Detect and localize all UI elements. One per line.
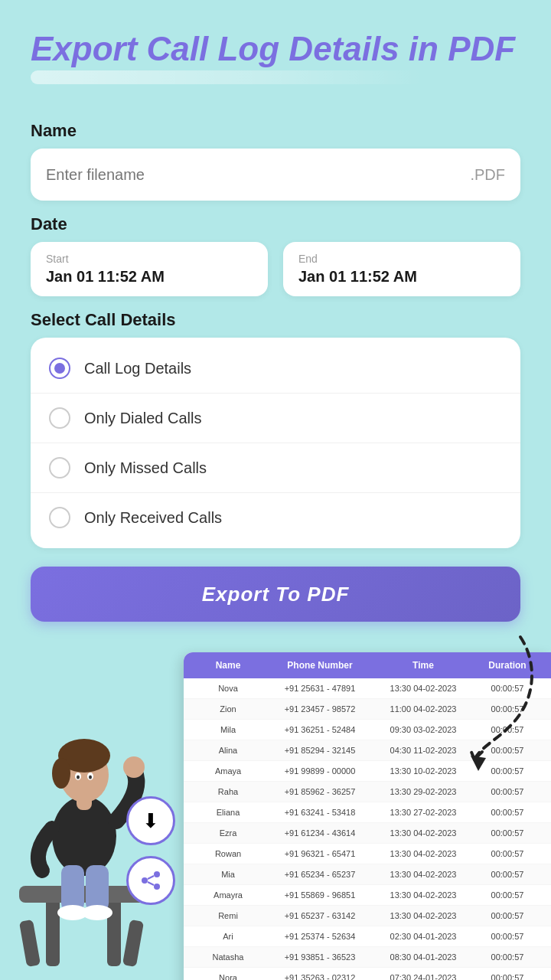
table-row: Eliana +91 63241 - 53418 13:30 27-02-202… [184, 802, 551, 823]
cell-name: Nora [190, 973, 266, 980]
cell-duration: 00:00:57 [473, 932, 542, 941]
brush-stroke-decoration [31, 70, 422, 84]
cell-duration: 00:00:57 [473, 870, 542, 879]
cell-phone: +91 61234 - 43614 [266, 828, 373, 838]
radio-circle-call-log [49, 358, 70, 379]
pdf-suffix: .PDF [470, 166, 505, 184]
cell-duration: 00:00:57 [473, 787, 542, 796]
radio-missed[interactable]: Only Missed Calls [31, 443, 520, 493]
select-call-details-label: Select Call Details [31, 310, 520, 330]
cell-name: Zion [190, 704, 266, 714]
title-black: Export Call Log [31, 30, 289, 67]
date-label: Date [31, 214, 520, 234]
col-phone: Phone Number [266, 660, 373, 671]
svg-line-24 [148, 882, 154, 885]
cell-type: Received [542, 849, 551, 858]
cell-phone: +91 65237 - 63142 [266, 911, 373, 920]
cell-time: 13:30 27-02-2023 [373, 808, 473, 817]
cell-name: Ari [190, 932, 266, 941]
cell-name: Nova [190, 684, 266, 693]
filename-input[interactable] [46, 166, 470, 184]
cell-duration: 00:00:57 [473, 828, 542, 838]
radio-received[interactable]: Only Received Calls [31, 493, 520, 542]
date-row: Start Jan 01 11:52 AM End Jan 01 11:52 A… [31, 242, 520, 296]
radio-circle-received [49, 507, 70, 528]
radio-label-call-log: Call Log Details [84, 360, 191, 377]
cell-type: Missed [542, 725, 551, 734]
icon-circles: ⬇ [126, 796, 175, 905]
radio-dialed[interactable]: Only Dialed Calls [31, 394, 520, 443]
col-type: Type [542, 660, 551, 671]
radio-label-received: Only Received Calls [84, 509, 222, 527]
svg-point-13 [77, 776, 80, 779]
cell-phone: +91 99899 - 00000 [266, 766, 373, 776]
cell-type: Dialed [542, 808, 551, 817]
cell-name: Alina [190, 746, 266, 755]
cell-phone: +91 35263 - 02312 [266, 973, 373, 980]
cell-duration: 00:00:57 [473, 973, 542, 980]
cell-name: Natasha [190, 952, 266, 962]
svg-line-23 [148, 876, 154, 879]
cell-phone: +91 36251 - 52484 [266, 725, 373, 734]
cell-time: 13:30 29-02-2023 [373, 787, 473, 796]
radio-circle-dialed [49, 407, 70, 429]
cell-phone: +91 85962 - 36257 [266, 787, 373, 796]
cell-type: Received [542, 704, 551, 714]
table-row: Remi +91 65237 - 63142 13:30 04-02-2023 … [184, 906, 551, 926]
table-row: Nora +91 35263 - 02312 07:30 24-01-2023 … [184, 968, 551, 980]
cell-name: Rowan [190, 849, 266, 858]
end-date-box[interactable]: End Jan 01 11:52 AM [283, 242, 520, 296]
cell-phone: +91 93851 - 36523 [266, 952, 373, 962]
svg-point-19 [82, 905, 112, 920]
cell-duration: 00:00:57 [473, 808, 542, 817]
svg-point-14 [89, 776, 92, 779]
svg-point-10 [52, 758, 70, 789]
cell-name: Eliana [190, 808, 266, 817]
cell-duration: 00:00:57 [473, 911, 542, 920]
export-button[interactable]: Export To PDF [31, 567, 520, 622]
share-icon-circle[interactable] [126, 856, 175, 905]
cell-time: 02:30 04-01-2023 [373, 932, 473, 941]
cell-time: 08:30 04-01-2023 [373, 952, 473, 962]
cell-name: Mia [190, 870, 266, 879]
cell-phone: +91 63241 - 53418 [266, 808, 373, 817]
table-row: Amayra +91 55869 - 96851 13:30 04-02-202… [184, 885, 551, 906]
svg-rect-1 [46, 897, 60, 966]
cell-type: Missed [542, 973, 551, 980]
filename-input-wrap[interactable]: .PDF [31, 149, 520, 201]
svg-point-15 [123, 756, 145, 778]
start-date-box[interactable]: Start Jan 01 11:52 AM [31, 242, 268, 296]
table-row: Natasha +91 93851 - 36523 08:30 04-01-20… [184, 947, 551, 968]
radio-label-dialed: Only Dialed Calls [84, 410, 201, 427]
cell-name: Mila [190, 725, 266, 734]
table-row: Ari +91 25374 - 52634 02:30 04-01-2023 0… [184, 926, 551, 947]
cell-type: Received [542, 890, 551, 900]
cell-type: Dialed [542, 787, 551, 796]
table-row: Raha +91 85962 - 36257 13:30 29-02-2023 … [184, 782, 551, 802]
cell-phone: +91 25631 - 47891 [266, 684, 373, 693]
table-row: Ezra +91 61234 - 43614 13:30 04-02-2023 … [184, 823, 551, 844]
download-icon-circle[interactable]: ⬇ [126, 796, 175, 845]
cell-name: Raha [190, 787, 266, 796]
cell-type: Dialed [542, 952, 551, 962]
cell-phone: +91 25374 - 52634 [266, 932, 373, 941]
cell-type: Received [542, 684, 551, 693]
form-area: Name .PDF Date Start Jan 01 11:52 AM End… [0, 100, 551, 548]
end-label: End [298, 253, 505, 265]
cell-type: Missed [542, 766, 551, 776]
radio-circle-missed [49, 457, 70, 479]
bottom-illustration: ⬇ Name Phone Number Time Duration Type N… [0, 629, 551, 980]
col-name: Name [190, 660, 266, 671]
cell-time: 13:30 04-02-2023 [373, 849, 473, 858]
cell-duration: 00:00:57 [473, 890, 542, 900]
svg-point-20 [154, 871, 160, 877]
svg-point-22 [154, 884, 160, 890]
title-purple: Details in PDF [289, 30, 515, 67]
svg-rect-3 [19, 920, 41, 967]
start-value: Jan 01 11:52 AM [46, 268, 253, 286]
cell-phone: +91 85294 - 32145 [266, 746, 373, 755]
cell-duration: 00:00:57 [473, 849, 542, 858]
cell-time: 13:30 04-02-2023 [373, 828, 473, 838]
start-label: Start [46, 253, 253, 265]
radio-call-log[interactable]: Call Log Details [31, 344, 520, 394]
